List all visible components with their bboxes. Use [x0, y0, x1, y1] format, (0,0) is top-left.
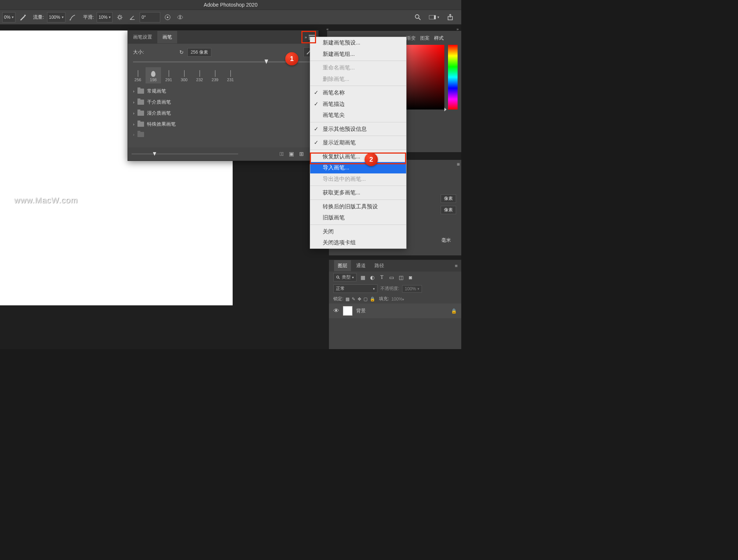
brush-preset[interactable]: 239 [207, 67, 223, 83]
height-unit[interactable]: 像素 [441, 206, 456, 214]
menu-import-brushes[interactable]: 导入画笔... [310, 162, 406, 173]
menu-show-recent[interactable]: 显示近期画笔 [310, 137, 406, 148]
layer-name: 背景 [356, 308, 366, 314]
thumbnail-size-slider[interactable] [132, 150, 238, 158]
menu-get-more-brushes[interactable]: 获取更多画笔... [310, 187, 406, 198]
menu-new-brush-group[interactable]: 新建画笔组... [310, 49, 406, 60]
folder-icon [137, 89, 144, 94]
brush-preset[interactable]: 300 [176, 67, 192, 83]
brush-preset[interactable]: 256 [130, 67, 146, 83]
share-icon[interactable] [445, 12, 455, 22]
smoothing-field[interactable]: 10% ▾ [97, 12, 112, 22]
brush-folder[interactable]: ›干介质画笔 [131, 97, 315, 108]
menu-show-other-presets[interactable]: 显示其他预设信息 [310, 123, 406, 135]
size-label: 大小: [133, 49, 144, 55]
layer-thumbnail[interactable] [343, 306, 352, 316]
pressure-opacity-icon[interactable] [18, 12, 28, 22]
tab-layers[interactable]: 图层 [334, 260, 351, 271]
hue-slider[interactable] [448, 45, 458, 110]
chevron-down-icon: ▾ [109, 15, 111, 19]
brush-size-field[interactable]: 256 像素 [187, 48, 211, 57]
svg-point-2 [119, 16, 121, 18]
size-unit-label: 毫米 [441, 237, 456, 244]
angle-field[interactable]: 0° [140, 12, 160, 22]
filter-type-icon[interactable]: T [379, 274, 385, 280]
panel-menu-icon[interactable]: ≡ [457, 161, 460, 167]
menu-delete-brush: 删除画笔... [310, 73, 406, 85]
lock-label: 锁定: [333, 296, 343, 302]
folder-icon [137, 132, 144, 137]
reset-size-icon[interactable]: ↻ [179, 49, 184, 55]
visibility-icon[interactable]: 👁 [333, 308, 339, 314]
menu-brush-stroke[interactable]: 画笔描边 [310, 98, 406, 110]
airbrush-icon[interactable] [68, 12, 78, 22]
menu-brush-tip[interactable]: 画笔笔尖 [310, 110, 406, 121]
workspace-icon[interactable]: ▾ [429, 12, 439, 22]
brushes-panel-footer: 👁⃠ ▣ ⊞ 🗑 [128, 147, 318, 161]
callout-badge-2: 2 [365, 153, 378, 166]
tab-channels[interactable]: 通道 [352, 260, 369, 271]
filter-image-icon[interactable]: ▦ [359, 274, 366, 280]
menu-new-brush-preset[interactable]: 新建画笔预设... [310, 37, 406, 49]
panels-collapse-icon[interactable]: « [325, 25, 330, 33]
filter-toggle-icon[interactable]: ◙ [407, 274, 414, 280]
lock-artboard-icon[interactable]: ▢ [363, 297, 368, 302]
pressure-size-icon[interactable] [162, 12, 173, 22]
smoothing-label: 平滑: [83, 14, 94, 21]
svg-point-0 [24, 15, 26, 16]
fill-field[interactable]: 100%▾ [391, 297, 405, 302]
smoothing-gear-icon[interactable] [115, 12, 125, 22]
menu-close[interactable]: 关闭 [310, 226, 406, 237]
fill-label: 填充: [379, 296, 389, 302]
layer-opacity-field[interactable]: 100%▾ [402, 285, 422, 292]
opacity-field[interactable]: 0% ▾ [2, 12, 15, 22]
tab-paths[interactable]: 路径 [371, 260, 388, 271]
tab-brush-settings[interactable]: 画笔设置 [128, 31, 157, 43]
tab-pattern[interactable]: 图案 [420, 35, 430, 42]
app-titlebar: Adobe Photoshop 2020 [0, 0, 461, 10]
new-brush-icon[interactable]: ⊞ [299, 151, 304, 157]
brush-folder[interactable]: ›特殊效果画笔 [131, 119, 315, 130]
tab-brushes[interactable]: 画笔 [157, 31, 177, 43]
brushes-panel: 画笔设置 画笔 » 大小: ↻ 256 像素 256 198 291 300 2… [128, 30, 319, 161]
brush-preset[interactable]: 231 [223, 67, 238, 83]
lock-paint-icon[interactable]: ✎ [352, 297, 355, 302]
lock-position-icon[interactable]: ✥ [358, 297, 361, 302]
panels-collapse-icon[interactable]: » [455, 25, 461, 33]
menu-convert-legacy[interactable]: 转换后的旧版工具预设 [310, 201, 406, 212]
tab-gradient[interactable]: 渐变 [406, 35, 416, 42]
tab-style[interactable]: 样式 [434, 35, 444, 42]
brush-folder[interactable]: ›湿介质画笔 [131, 108, 315, 119]
search-icon[interactable] [413, 12, 423, 22]
svg-point-5 [415, 15, 419, 18]
chevron-down-icon: ▾ [437, 15, 439, 19]
opacity-label: 不透明度: [380, 286, 399, 292]
brush-preset[interactable]: 232 [192, 67, 207, 83]
symmetry-icon[interactable] [175, 12, 185, 22]
filter-smart-icon[interactable]: ◫ [398, 274, 404, 280]
filter-shape-icon[interactable]: ▭ [388, 274, 395, 280]
brush-preset[interactable]: 198 [146, 67, 161, 83]
filter-adjust-icon[interactable]: ◐ [369, 274, 376, 280]
flow-field[interactable]: 100% ▾ [47, 12, 65, 22]
width-unit[interactable]: 像素 [441, 194, 456, 203]
lock-all-icon[interactable]: 🔒 [370, 297, 375, 302]
menu-close-tab-group[interactable]: 关闭选项卡组 [310, 237, 406, 248]
menu-brush-name[interactable]: 画笔名称 [310, 87, 406, 98]
layer-row-background[interactable]: 👁 背景 🔒 [329, 304, 461, 318]
panel-menu-icon[interactable]: ≡ [451, 261, 461, 271]
folder-icon [137, 100, 144, 105]
blend-mode-select[interactable]: 正常▾ [333, 284, 377, 293]
layer-filter-type[interactable]: 类型 ▾ [333, 273, 357, 281]
brush-folder[interactable]: › [131, 130, 315, 138]
new-group-icon[interactable]: ▣ [289, 151, 294, 157]
brush-preset[interactable]: 291 [161, 67, 176, 83]
lock-pixels-icon[interactable]: ▩ [345, 297, 350, 302]
recent-brushes-row: 256 198 291 300 232 239 231 [128, 66, 318, 85]
menu-restore-default[interactable]: 恢复默认画笔... [310, 151, 406, 162]
menu-legacy-brushes[interactable]: 旧版画笔 [310, 212, 406, 223]
folder-icon [137, 122, 144, 127]
preview-toggle-icon[interactable]: 👁⃠ [280, 151, 284, 157]
brush-folder[interactable]: ›常规画笔 [131, 86, 315, 97]
expand-icon[interactable]: » [305, 35, 307, 39]
